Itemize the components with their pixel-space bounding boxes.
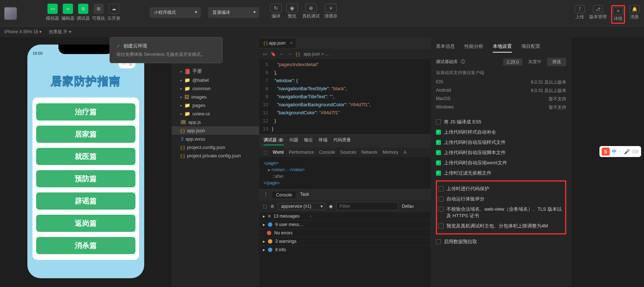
tab-network[interactable]: Network: [361, 150, 377, 155]
info-icon[interactable]: ⓘ: [461, 59, 465, 65]
tab-more[interactable]: A: [403, 150, 406, 155]
tab-quality[interactable]: 代码质量: [333, 137, 351, 145]
checkbox-row[interactable]: 上传代码时自动压缩脚本文件: [436, 148, 566, 158]
tab-sources[interactable]: Sources: [340, 150, 356, 155]
tab-cloud[interactable]: ☁云开发: [107, 4, 120, 22]
tab-simulator[interactable]: ▭模拟器: [46, 4, 59, 22]
folder-item[interactable]: 🖼images: [172, 93, 259, 101]
menu-item[interactable]: 就医篇: [36, 148, 135, 165]
msg-row[interactable]: ▸≡13 messages›: [259, 212, 431, 220]
tab-visual[interactable]: ⊞可视化: [92, 4, 105, 22]
hotreload-toggle[interactable]: 热重载 开 ▾: [49, 29, 71, 35]
msg-row[interactable]: ▸8 info: [259, 245, 431, 254]
checkbox-row[interactable]: 上传代码时自动压缩样式文件: [436, 137, 566, 148]
msg-row[interactable]: No errors: [259, 229, 431, 237]
code-editor[interactable]: 5678910111213 "pages/index/detail" ], "w…: [259, 59, 431, 134]
sidebar-icon[interactable]: ⬚: [263, 204, 267, 209]
checkbox-row[interactable]: 不校验合法域名、web-view（业务域名）、TLS 版本以及 HTTPS 证书: [438, 204, 564, 221]
checkbox-row[interactable]: 上传代码时自动压缩wxml文件: [436, 158, 566, 168]
checkbox-row[interactable]: 上传代码时样式自动补全: [436, 127, 566, 137]
editor-tab[interactable]: {·} app.json×: [259, 38, 296, 48]
rtab-local[interactable]: 本地设置: [493, 43, 512, 53]
rtab-basic[interactable]: 基本信息: [436, 43, 455, 53]
menu-item[interactable]: 返岗篇: [36, 215, 135, 232]
msg-row[interactable]: ▸3 warnings: [259, 237, 431, 245]
lib-version[interactable]: 2.29.0: [503, 58, 522, 66]
rtab-project[interactable]: 项目配置: [521, 43, 540, 53]
clear-cache-button[interactable]: ≡清缓存: [324, 4, 337, 19]
folder-item[interactable]: 📁@babel: [172, 76, 259, 84]
compile-dropdown[interactable]: 普通编译: [208, 7, 259, 18]
tab-debugger[interactable]: 调试器 3: [264, 137, 284, 145]
filter-input[interactable]: [336, 202, 398, 210]
checkbox-row[interactable]: 上传时过滤无依赖文件: [436, 168, 566, 178]
checkbox-row[interactable]: 上传时进行代码保护: [438, 184, 564, 194]
file-item[interactable]: JSapp.js: [172, 118, 259, 126]
checkbox-row[interactable]: 启用数据预拉取: [436, 237, 566, 247]
debug-tabs: 调试器 3 问题 输出 终端 代码质量: [259, 134, 431, 148]
back-icon[interactable]: ←: [280, 51, 284, 57]
ime-toolbar[interactable]: S中•,🎤⌨: [599, 146, 641, 157]
editor-panel: {·} app.json× ▭ 🔖 ← → {·} app.json > ...…: [259, 37, 431, 287]
folder-item[interactable]: 📁uview-ui: [172, 110, 259, 118]
menu-item[interactable]: 消杀篇: [36, 237, 135, 254]
context-selector[interactable]: appservice (#1): [278, 203, 325, 210]
device-selector[interactable]: iPhone X 85% 16 ▾: [4, 29, 42, 34]
drag-icon[interactable]: ⋮: [264, 192, 268, 198]
breadcrumb[interactable]: app.json > ...: [303, 51, 329, 57]
clear-icon[interactable]: ⊘: [271, 204, 274, 209]
devtool-icon[interactable]: ⬚: [264, 150, 268, 155]
menu-item[interactable]: 治疗篇: [36, 103, 135, 120]
tab-perf[interactable]: Performance: [289, 150, 314, 155]
mode-dropdown[interactable]: 小程序模式: [150, 7, 201, 18]
file-item-selected[interactable]: {·}app.json: [172, 126, 259, 135]
wxml-tree[interactable]: <page> ▸ <view>…</view> ::after </page>: [259, 157, 431, 189]
eye-icon[interactable]: ◉: [329, 204, 333, 209]
checkbox-row[interactable]: 将 JS 编译成 ES5: [436, 117, 566, 127]
bookmark-icon[interactable]: 🔖: [271, 51, 276, 57]
tab-wxml[interactable]: Wxml: [273, 150, 284, 155]
menu-item[interactable]: 辟谣篇: [36, 192, 135, 210]
real-debug-button[interactable]: ⊕真机调试: [302, 4, 320, 19]
tab-output[interactable]: 输出: [304, 137, 313, 145]
forward-icon[interactable]: →: [288, 51, 292, 57]
phone-preview: 18:00 •••◉ 居家防护指南 治疗篇 居家篇 就医篇 预防篇 辟谣篇 返岗…: [27, 45, 144, 278]
file-item[interactable]: {·}project.private.config.json: [172, 152, 259, 160]
file-item[interactable]: ∃app.wxss: [172, 135, 259, 143]
preview-button[interactable]: ◉预览: [286, 4, 298, 19]
file-item[interactable]: {·}project.config.json: [172, 143, 259, 152]
menu-item[interactable]: 预防篇: [36, 170, 135, 187]
sub-toolbar: iPhone X 85% 16 ▾ 热重载 开 ▾: [0, 26, 644, 37]
tab-console[interactable]: Console: [319, 150, 335, 155]
version-button[interactable]: ⎇版本管理: [589, 5, 607, 24]
bookmark-icon[interactable]: ▭: [263, 51, 267, 57]
avatar[interactable]: [4, 7, 17, 20]
tab-debugger[interactable]: ⊙调试器: [77, 4, 90, 22]
tab-editor[interactable]: ‹›编辑器: [61, 4, 74, 22]
message-button[interactable]: 🔔消息: [629, 5, 640, 24]
msg-row[interactable]: ▸9 user mess…: [259, 220, 431, 229]
simulator-panel: ✓创建云环境 前往免费体验 Serverless 无服务器开发模式。 18:00…: [0, 37, 172, 287]
push-button[interactable]: 推送: [547, 58, 566, 66]
check-icon: ✓: [116, 43, 120, 49]
tab-memory[interactable]: Memory: [383, 150, 398, 155]
upload-button[interactable]: ⤴上传: [575, 5, 585, 24]
tab-terminal[interactable]: 终端: [319, 137, 327, 145]
details-button[interactable]: ≡详情: [611, 5, 625, 24]
top-toolbar: ▭模拟器 ‹›编辑器 ⊙调试器 ⊞可视化 ☁云开发 小程序模式 普通编译 ↻编译…: [0, 0, 644, 26]
app-title: 居家防护指南: [32, 74, 139, 89]
close-icon[interactable]: ×: [290, 41, 293, 46]
rtab-perf[interactable]: 性能分析: [464, 43, 483, 53]
folder-item[interactable]: 📁common: [172, 84, 259, 93]
folder-item[interactable]: 📁pages: [172, 101, 259, 110]
highlighted-settings: 上传时进行代码保护 自动运行体验评分 不校验合法域名、web-view（业务域名…: [436, 180, 566, 234]
cloud-notification[interactable]: ✓创建云环境 前往免费体验 Serverless 无服务器开发模式。: [110, 37, 223, 63]
folder-item[interactable]: 📕手册: [172, 66, 259, 76]
checkbox-row[interactable]: 自动运行体验评分: [438, 194, 564, 204]
menu-item[interactable]: 居家篇: [36, 126, 135, 143]
tab-issues[interactable]: 问题: [290, 137, 298, 145]
checkbox-row[interactable]: 预览及真机调试时主包、分包体积上限调整为4M: [438, 221, 564, 231]
tab-task[interactable]: Task: [300, 192, 309, 198]
tab-console[interactable]: Console: [272, 192, 296, 198]
compile-button[interactable]: ↻编译: [270, 4, 282, 19]
